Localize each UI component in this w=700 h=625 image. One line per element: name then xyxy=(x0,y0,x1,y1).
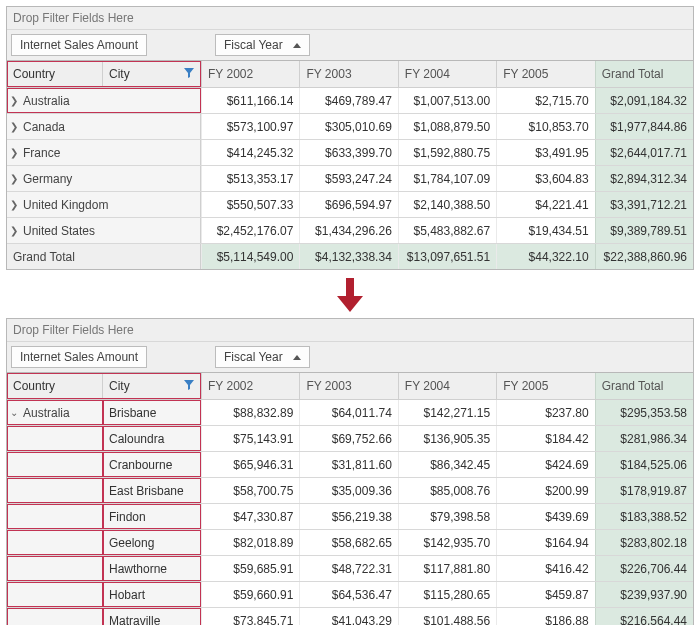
data-cell: $1,977,844.86 xyxy=(595,114,693,139)
pivot-collapsed: Drop Filter Fields Here Internet Sales A… xyxy=(6,6,694,270)
row-label[interactable]: ❯United Kingdom xyxy=(7,192,201,217)
data-cell: $59,660.91 xyxy=(201,582,299,607)
expand-icon[interactable]: ❯ xyxy=(7,225,21,236)
col-header[interactable]: FY 2002 xyxy=(201,373,299,399)
data-cell: $239,937.90 xyxy=(595,582,693,607)
row-label[interactable]: ❯Germany xyxy=(7,166,201,191)
data-cell: $86,342.45 xyxy=(398,452,496,477)
country-label: Germany xyxy=(21,172,72,186)
row-label[interactable]: ❯Canada xyxy=(7,114,201,139)
pivot-expanded: Drop Filter Fields Here Internet Sales A… xyxy=(6,318,694,625)
data-cell: $75,143.91 xyxy=(201,426,299,451)
data-cell: $469,789.47 xyxy=(299,88,397,113)
row-label: Findon xyxy=(7,504,201,529)
data-cell: $9,389,789.51 xyxy=(595,218,693,243)
col-pill-fiscal-year[interactable]: Fiscal Year xyxy=(215,34,310,56)
data-area: Internet Sales Amount xyxy=(7,30,201,60)
col-header[interactable]: FY 2002 xyxy=(201,61,299,87)
row-pill-city[interactable]: City xyxy=(103,61,201,87)
transition-arrow-icon xyxy=(6,278,694,312)
column-headers: FY 2002 FY 2003 FY 2004 FY 2005 Grand To… xyxy=(201,373,693,399)
table-row: Matraville$73,845.71$41,043.29$101,488.5… xyxy=(7,607,693,625)
row-pill-country[interactable]: Country xyxy=(7,373,103,399)
filter-icon[interactable] xyxy=(184,379,194,393)
table-row: ❯France$414,245.32$633,399.70$1,592,880.… xyxy=(7,139,693,165)
data-cell: $1,088,879.50 xyxy=(398,114,496,139)
row-header-block: Country City xyxy=(7,61,201,87)
sort-asc-icon xyxy=(293,43,301,48)
country-cell-spacer xyxy=(7,426,103,451)
data-cell: $115,280.65 xyxy=(398,582,496,607)
data-cell: $2,452,176.07 xyxy=(201,218,299,243)
row-label[interactable]: ❯Australia xyxy=(7,88,201,113)
data-cell: $226,706.44 xyxy=(595,556,693,581)
data-cell: $4,221.41 xyxy=(496,192,594,217)
data-cell: $2,644,017.71 xyxy=(595,140,693,165)
col-header[interactable]: FY 2005 xyxy=(496,373,594,399)
data-cell: $41,043.29 xyxy=(299,608,397,625)
data-pill-internet-sales[interactable]: Internet Sales Amount xyxy=(11,34,147,56)
data-cell: $73,845.71 xyxy=(201,608,299,625)
expand-icon[interactable]: ❯ xyxy=(7,121,21,132)
country-cell-spacer xyxy=(7,556,103,581)
city-cell[interactable]: Hawthorne xyxy=(103,556,201,581)
col-header[interactable]: FY 2004 xyxy=(398,373,496,399)
expand-icon[interactable]: ❯ xyxy=(7,199,21,210)
filter-drop-area[interactable]: Drop Filter Fields Here xyxy=(7,7,693,30)
data-cell: $186.88 xyxy=(496,608,594,625)
data-cell: $59,685.91 xyxy=(201,556,299,581)
expand-icon[interactable]: ❯ xyxy=(7,173,21,184)
data-cell: $696,594.97 xyxy=(299,192,397,217)
data-cell: $4,132,338.34 xyxy=(299,244,397,269)
city-cell[interactable]: Geelong xyxy=(103,530,201,555)
country-label: France xyxy=(21,146,60,160)
data-pill-internet-sales[interactable]: Internet Sales Amount xyxy=(11,346,147,368)
sort-asc-icon xyxy=(293,355,301,360)
col-header[interactable]: FY 2004 xyxy=(398,61,496,87)
row-label[interactable]: ❯France xyxy=(7,140,201,165)
row-label: Cranbourne xyxy=(7,452,201,477)
col-header[interactable]: FY 2005 xyxy=(496,61,594,87)
data-cell: $1,434,296.26 xyxy=(299,218,397,243)
data-cell: $216,564.44 xyxy=(595,608,693,625)
col-header[interactable]: FY 2003 xyxy=(299,373,397,399)
expand-icon[interactable]: ❯ xyxy=(7,147,21,158)
city-cell[interactable]: Findon xyxy=(103,504,201,529)
filter-icon[interactable] xyxy=(184,67,194,81)
city-cell[interactable]: Caloundra xyxy=(103,426,201,451)
country-label: Canada xyxy=(21,120,65,134)
country-label: Australia xyxy=(21,406,70,420)
city-cell[interactable]: Matraville xyxy=(103,608,201,625)
table-row: ❯United Kingdom$550,507.33$696,594.97$2,… xyxy=(7,191,693,217)
row-label[interactable]: ❯United States xyxy=(7,218,201,243)
city-cell[interactable]: Brisbane xyxy=(103,400,201,425)
filter-drop-area[interactable]: Drop Filter Fields Here xyxy=(7,319,693,342)
collapse-icon[interactable]: ⌄ xyxy=(7,407,21,418)
row-pill-country[interactable]: Country xyxy=(7,61,103,87)
data-cell: $13,097,651.51 xyxy=(398,244,496,269)
country-cell-spacer xyxy=(7,582,103,607)
col-pill-fiscal-year[interactable]: Fiscal Year xyxy=(215,346,310,368)
city-cell[interactable]: East Brisbane xyxy=(103,478,201,503)
city-cell[interactable]: Hobart xyxy=(103,582,201,607)
data-cell: $142,935.70 xyxy=(398,530,496,555)
data-cell: $3,491.95 xyxy=(496,140,594,165)
expand-icon[interactable]: ❯ xyxy=(7,95,21,106)
data-cell: $513,353.17 xyxy=(201,166,299,191)
city-cell[interactable]: Cranbourne xyxy=(103,452,201,477)
country-cell[interactable]: ⌄Australia xyxy=(7,400,103,425)
country-cell-spacer xyxy=(7,452,103,477)
row-label: ⌄AustraliaBrisbane xyxy=(7,400,201,425)
row-pill-city[interactable]: City xyxy=(103,373,201,399)
country-cell-spacer xyxy=(7,530,103,555)
data-cell: $3,604.83 xyxy=(496,166,594,191)
table-row: Findon$47,330.87$56,219.38$79,398.58$439… xyxy=(7,503,693,529)
row-label: Hobart xyxy=(7,582,201,607)
table-row: ⌄AustraliaBrisbane$88,832.89$64,011.74$1… xyxy=(7,399,693,425)
table-row: Hobart$59,660.91$64,536.47$115,280.65$45… xyxy=(7,581,693,607)
row-label: Caloundra xyxy=(7,426,201,451)
col-header[interactable]: FY 2003 xyxy=(299,61,397,87)
table-row: ❯United States$2,452,176.07$1,434,296.26… xyxy=(7,217,693,243)
data-cell: $85,008.76 xyxy=(398,478,496,503)
pill-label: Fiscal Year xyxy=(224,350,283,364)
